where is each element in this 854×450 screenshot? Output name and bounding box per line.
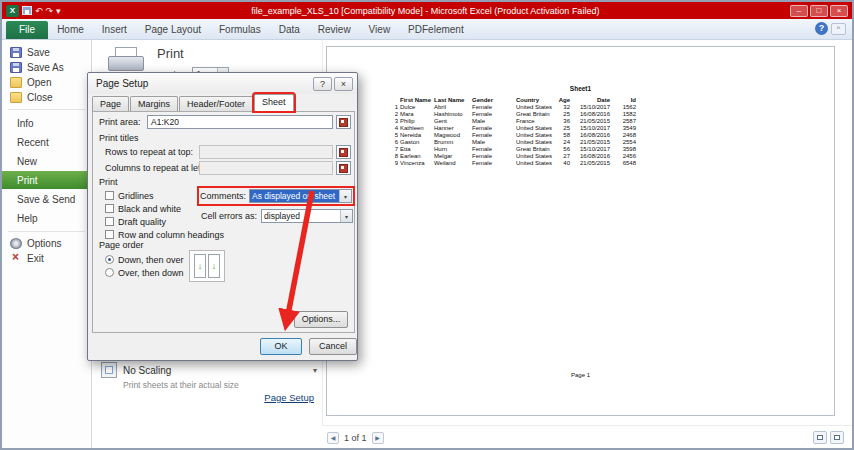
excel-logo-icon[interactable]: X <box>6 5 19 17</box>
preview-row: 2MaraHashimotoFemaleGreat Britain2516/08… <box>391 111 637 118</box>
cols-repeat-input[interactable] <box>199 161 333 175</box>
dialog-help-icon[interactable]: ? <box>313 77 332 91</box>
help-icon[interactable]: ? <box>815 22 828 35</box>
zoom-to-page-button[interactable] <box>813 431 827 444</box>
preview-col-header: Last Name <box>433 97 471 104</box>
undo-icon[interactable]: ↶ <box>35 5 43 17</box>
ribbon-tab-bar: File HomeInsertPage LayoutFormulasDataRe… <box>2 19 852 40</box>
sidebar-item-close[interactable]: Close <box>2 90 91 105</box>
save-icon[interactable] <box>22 6 32 15</box>
sidebar-item-exit[interactable]: Exit <box>2 251 91 266</box>
preview-col-header <box>391 97 399 104</box>
dialog-title-bar: Page Setup ? × <box>88 73 357 94</box>
nav-separator <box>8 231 85 232</box>
preview-cell: 6 <box>391 139 399 146</box>
sidebar-item-save[interactable]: Save <box>2 45 91 60</box>
sidebar-item-info[interactable]: Info <box>2 114 91 132</box>
print-group-label: Print <box>99 177 118 187</box>
preview-cell: Nereida <box>399 132 433 139</box>
dialog-tab-page[interactable]: Page <box>92 96 129 111</box>
sidebar-item-options[interactable]: Options <box>2 236 91 251</box>
show-margins-button[interactable] <box>830 431 844 444</box>
dialog-tab-margins[interactable]: Margins <box>130 96 178 111</box>
preview-cell: Gent <box>433 118 471 125</box>
preview-cell: 2587 <box>611 118 637 125</box>
backstage-nav: SaveSave AsOpenCloseInfoRecentNewPrintSa… <box>2 40 92 448</box>
dropdown-arrow-icon[interactable]: ▾ <box>339 190 351 202</box>
ribbon-tab-insert[interactable]: Insert <box>93 20 136 39</box>
rows-repeat-input[interactable] <box>199 145 333 159</box>
preview-cell: Melgar <box>433 153 471 160</box>
sidebar-item-recent[interactable]: Recent <box>2 133 91 151</box>
sidebar-item-label: Save <box>27 47 50 58</box>
maximize-button[interactable]: □ <box>810 5 828 17</box>
preview-table: First NameLast NameGenderCountryAgeDateI… <box>391 97 637 167</box>
radio-button <box>105 268 114 277</box>
preview-col-header: Id <box>611 97 637 104</box>
ribbon-tab-pdfelement[interactable]: PDFelement <box>399 20 473 39</box>
preview-cell: Female <box>471 104 515 111</box>
file-tab[interactable]: File <box>6 21 48 39</box>
scaling-setting[interactable]: No Scaling ▾ Print sheets at their actua… <box>101 362 317 390</box>
preview-cell: Magwood <box>433 132 471 139</box>
dialog-tabs: PageMarginsHeader/FooterSheet <box>92 94 295 111</box>
ribbon-tab-view[interactable]: View <box>360 20 400 39</box>
minimize-button[interactable]: – <box>790 5 808 17</box>
ribbon-tab-page-layout[interactable]: Page Layout <box>136 20 210 39</box>
previous-page-icon[interactable]: ◀ <box>327 432 339 444</box>
preview-cell: 1582 <box>611 111 637 118</box>
preview-row: 9VincenzaWeilandFemaleUnited States4021/… <box>391 160 637 167</box>
sidebar-item-help[interactable]: Help <box>2 209 91 227</box>
minimize-ribbon-icon[interactable]: ^ <box>831 23 846 35</box>
preview-cell: Brumm <box>433 139 471 146</box>
printer-icon <box>108 47 142 74</box>
ribbon-tab-home[interactable]: Home <box>48 20 93 39</box>
preview-cell: Kathleen <box>399 125 433 132</box>
dropdown-arrow-icon[interactable]: ▾ <box>340 210 352 222</box>
cols-repeat-range-button[interactable] <box>336 161 351 175</box>
cell-errors-dropdown[interactable]: displayed ▾ <box>261 209 353 223</box>
rows-repeat-range-button[interactable] <box>336 145 351 159</box>
close-icon <box>10 92 22 103</box>
preview-cell: 6548 <box>611 160 637 167</box>
sidebar-item-open[interactable]: Open <box>2 75 91 90</box>
sidebar-item-save-send[interactable]: Save & Send <box>2 190 91 208</box>
sidebar-item-print[interactable]: Print <box>2 171 91 189</box>
preview-cell: 3549 <box>611 125 637 132</box>
page-setup-link[interactable]: Page Setup <box>264 392 314 403</box>
preview-cell: United States <box>515 104 557 111</box>
radio-over-then-down[interactable]: Over, then down <box>105 266 184 279</box>
nav-separator <box>8 109 85 110</box>
checkbox-label: Row and column headings <box>118 230 224 240</box>
preview-cell: 3598 <box>611 146 637 153</box>
options-button[interactable]: Options... <box>294 311 348 328</box>
preview-cell: 36 <box>557 118 571 125</box>
sidebar-item-label: Info <box>17 118 34 129</box>
dialog-tab-header-footer[interactable]: Header/Footer <box>179 96 253 111</box>
redo-icon[interactable]: ↷ <box>46 5 54 17</box>
ribbon-tab-review[interactable]: Review <box>309 20 360 39</box>
print-area-input[interactable]: A1:K20 <box>147 115 333 129</box>
close-button[interactable]: × <box>830 5 848 17</box>
print-area-range-button[interactable] <box>336 115 351 129</box>
preview-cell: France <box>515 118 557 125</box>
comments-dropdown[interactable]: As displayed on sheet ▾ <box>249 189 352 203</box>
preview-cell: Female <box>471 111 515 118</box>
dialog-close-icon[interactable]: × <box>334 77 353 91</box>
cancel-button[interactable]: Cancel <box>309 338 357 355</box>
preview-page-nav: ◀ 1 of 1 ▶ <box>327 432 384 444</box>
ribbon-tab-data[interactable]: Data <box>270 20 309 39</box>
sidebar-item-save-as[interactable]: Save As <box>2 60 91 75</box>
sidebar-item-label: Open <box>27 77 51 88</box>
page-indicator: 1 of 1 <box>344 433 367 443</box>
sidebar-item-new[interactable]: New <box>2 152 91 170</box>
ribbon-tab-formulas[interactable]: Formulas <box>210 20 270 39</box>
next-page-icon[interactable]: ▶ <box>372 432 384 444</box>
preview-cell: United States <box>515 139 557 146</box>
ok-button[interactable]: OK <box>260 338 302 355</box>
radio-down-then-over[interactable]: Down, then over <box>105 253 184 266</box>
dialog-tab-sheet[interactable]: Sheet <box>254 94 294 111</box>
scaling-dropdown-icon[interactable]: ▾ <box>313 366 317 375</box>
preview-col-header: Date <box>571 97 611 104</box>
print-preview: Sheet1 First NameLast NameGenderCountryA… <box>322 40 852 426</box>
